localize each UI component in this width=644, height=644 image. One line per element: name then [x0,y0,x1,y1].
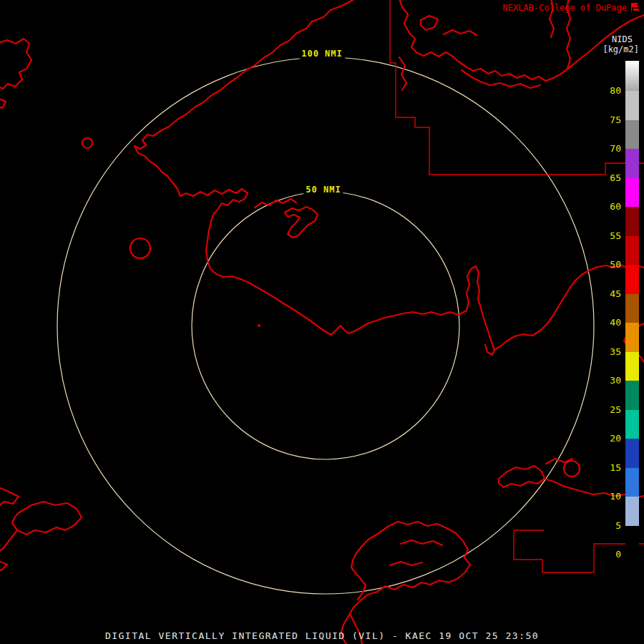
colorbar-segment-5-10 [625,497,639,526]
colorbar-tick-40: 40 [601,318,621,328]
colorbar-tick-65: 65 [601,173,621,183]
range-rings [57,57,594,594]
radar-map [0,0,644,644]
island-circle-west [130,238,150,258]
coastline-northeast-detail [444,30,477,35]
colorbar-segment-60-65 [625,178,639,208]
colorbar-tick-35: 35 [601,347,621,357]
lake-south-outline [341,522,470,644]
range-ring-100nmi [57,57,594,594]
coastline-left-lower [0,487,19,506]
county-line-southeast-steps [514,530,644,572]
colorbar-tick-55: 55 [601,231,621,241]
colorbar-segment-25-30 [625,381,639,410]
coastline-inlet [467,266,494,355]
nexlab-logo-icon [630,2,641,14]
colorbar-tick-70: 70 [601,144,621,154]
colorbar-tick-10: 10 [601,492,621,502]
colorbar-segment-65-70 [625,149,639,178]
coastline-north-notch [399,57,406,90]
landmass-left-blob [12,502,82,535]
lake-south-inner-2 [390,562,422,565]
range-ring-label-50nmi: 50 NMI [303,185,343,195]
colorbar-segment-15-20 [625,439,639,468]
landmass-topleft-corner [0,39,31,89]
colorbar-tick-60: 60 [601,202,621,212]
product-caption: DIGITAL VERTICALLY INTEGRATED LIQUID (VI… [0,630,644,641]
colorbar-tick-5: 5 [601,521,621,531]
colorbar-tick-45: 45 [601,289,621,299]
island-northeast-small [421,16,438,30]
colorbar-tick-15: 15 [601,463,621,473]
island-chain-center [255,199,296,208]
range-ring-50nmi [192,192,459,459]
island-circle-southeast [564,461,580,477]
colorbar-tick-20: 20 [601,434,621,444]
coastline-east [494,265,644,350]
island-hook-center [285,207,318,238]
islet-dot-center [258,324,260,327]
colorbar-segment-75-80 [625,91,639,120]
colorbar-tick-50: 50 [601,260,621,270]
colorbar-segment-35-40 [625,323,639,352]
lake-south-inner-1 [401,540,442,545]
coastline-left-tail [0,530,17,552]
colorbar-segment-50-55 [625,236,639,265]
colorbar-segment-0-5 [625,526,639,555]
colorbar-cap [625,61,639,91]
colorbar-segment-55-60 [625,207,639,236]
colorbar-tick-0: 0 [601,550,621,560]
colorbar-tick-25: 25 [601,405,621,415]
coastlines [0,0,644,644]
colorbar-segment-70-75 [625,120,639,150]
colorbar-ticks: 80757065605550454035302520151050 [601,0,621,644]
colorbar-segment-20-25 [625,410,639,439]
landmass-topleft-small [0,99,6,108]
coastline-northeast-lower [462,70,540,88]
islet-circle-northwest [82,138,92,148]
landmass-southeast-blob [499,466,545,487]
colorbar-segment-10-15 [625,468,639,497]
colorbar-tick-75: 75 [601,115,621,125]
colorbar-segment-30-35 [625,352,639,381]
range-ring-label-100nmi: 100 NMI [299,49,345,59]
colorbar-segment-40-45 [625,294,639,323]
colorbar-segment-45-50 [625,265,639,294]
colorbar-tick-30: 30 [601,376,621,386]
coastline-left-edge-small [0,561,7,570]
colorbar-bar [625,61,639,555]
radar-display: 100 NMI 50 NMI NEXLAB-College of DuPage … [0,0,644,644]
colorbar-tick-80: 80 [601,86,621,96]
